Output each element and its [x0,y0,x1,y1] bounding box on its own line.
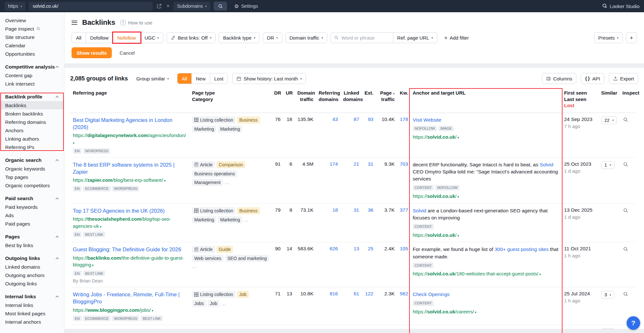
metric-link[interactable]: 122 [365,291,373,296]
col-first-seen[interactable]: First seen Last seen Lost [562,88,599,113]
metric-link[interactable]: 377 [400,207,408,213]
url-dropdown-caret[interactable]: ▾ [538,273,541,276]
cancel-button[interactable]: Cancel [118,50,137,56]
sidebar-item-top-pages[interactable]: Top pages [0,173,64,181]
inspect-button[interactable] [622,116,629,124]
referring-page-url[interactable]: https://backlinko.com/the-definitive-gui… [73,254,187,269]
metric-link[interactable]: 31 [368,161,373,167]
similar-dropdown[interactable]: 3▾ [601,328,614,329]
sidebar-item-organic-competitors[interactable]: Organic competitors [0,181,64,190]
segment-lost[interactable]: Lost [210,73,227,84]
sidebar-group-heading[interactable]: Paid search [0,194,64,203]
protocol-dropdown[interactable]: https ▾ [5,2,25,11]
looker-studio-brand[interactable]: Looker Studio [602,3,639,9]
target-url[interactable]: https://solvid.co.uk/180-websites-that-a… [413,270,559,277]
referring-page-url[interactable]: https://thesocialshepherd.com/blog/top-s… [73,216,187,230]
search-button[interactable] [214,2,227,11]
inspect-button[interactable] [622,328,629,329]
metric-link[interactable]: 21 [354,161,359,167]
filter-dofollow[interactable]: Dofollow [86,32,113,43]
url-dropdown-caret[interactable]: ▾ [474,310,476,314]
sidebar-item-paid-keywords[interactable]: Paid keywords [0,203,64,211]
segment-new[interactable]: New [192,73,210,84]
sidebar-item-organic-keywords[interactable]: Organic keywords [0,164,64,173]
sidebar-item-best-by-links[interactable]: Best by links [0,241,64,249]
col-linked-domains[interactable]: Linked domains [341,88,362,113]
col-inspect[interactable]: Inspect [620,88,636,113]
metric-link[interactable]: 31 [354,207,359,213]
col-referring-domains[interactable]: Referring domains [316,88,341,113]
target-url[interactable]: https://solvid.co.uk/ ▾ [413,193,559,200]
sidebar-item-linking-authors[interactable]: Linking authors [0,134,64,143]
referring-page-title[interactable]: The 8 best ERP software systems in 2025 … [73,161,187,176]
col-kw[interactable]: Kw. [397,88,410,113]
best-links-filter[interactable]: Best links: Off ▾ [167,32,216,43]
target-url[interactable]: https://solvid.co.uk/ ▾ [413,232,559,239]
referring-page-url[interactable]: https://zapier.com/blog/best-erp-softwar… [73,177,187,184]
filter-ugc[interactable]: UGC ▾ [140,32,163,43]
sidebar-item-internal-anchors[interactable]: Internal anchors [0,318,64,326]
col-referring-page[interactable]: Referring page [70,88,189,113]
columns-button[interactable]: Columns [542,73,576,84]
scope-dropdown[interactable]: Subdomains ▾ [173,2,210,11]
metric-link[interactable]: 25 [368,246,373,251]
referring-page-title[interactable]: Guest Blogging: The Definitive Guide for… [73,246,181,253]
col-domain-traffic[interactable]: Domain traffic [295,88,316,113]
sidebar-item-paid-pages[interactable]: Paid pages [0,219,64,228]
url-dropdown-caret[interactable]: ▾ [163,179,166,182]
col-anchor[interactable]: Anchor and target URL [410,88,562,113]
sidebar-item-content-gap[interactable]: Content gap [0,71,64,79]
domain-traffic-filter[interactable]: Domain traffic ▾ [285,32,327,43]
sidebar-item-most-linked-pages[interactable]: Most linked pages [0,309,64,318]
sidebar-item-calendar[interactable]: Calendar [0,41,64,50]
sidebar-group-heading[interactable]: Internal links [0,292,64,301]
sidebar-item-ads[interactable]: Ads [0,211,64,219]
add-preset-button[interactable]: + [626,32,637,43]
col-page-traffic[interactable]: Page ▾ traffic [376,88,397,113]
metric-link[interactable]: 562 [400,291,408,296]
sidebar-item-referring-domains[interactable]: Referring domains [0,118,64,126]
similar-dropdown[interactable]: 3▾ [601,291,614,299]
sidebar-group-heading[interactable]: Backlink profile [0,92,64,101]
url-dropdown-caret[interactable]: ▾ [91,264,94,267]
col-page-type[interactable]: Page type Category [189,88,272,113]
col-ext[interactable]: Ext. [362,88,376,113]
anchor-link[interactable]: Visit Website [413,117,441,123]
metric-link[interactable]: 61 [354,291,359,296]
sidebar-item-outgoing-links[interactable]: Outgoing links [0,279,64,288]
inspect-button[interactable] [622,161,629,169]
inspect-button[interactable] [622,246,629,253]
menu-icon[interactable] [72,19,77,26]
metric-link[interactable]: 93 [368,116,373,122]
sidebar-item-broken-backlinks[interactable]: Broken backlinks [0,109,64,118]
url-input[interactable]: solvid.co.uk/ [29,2,153,11]
col-dr[interactable]: DR [272,88,283,113]
url-dropdown-caret[interactable]: ▾ [457,234,459,237]
url-dropdown-caret[interactable]: ▾ [73,141,74,145]
url-dropdown-caret[interactable]: ▾ [151,309,153,312]
word-phrase-input[interactable] [341,35,384,41]
sidebar-group-heading[interactable]: Outgoing links [0,254,64,263]
sidebar-item-page-inspect[interactable]: Page inspect [0,24,64,33]
sidebar-item-link-intersect[interactable]: Link intersect [0,79,64,88]
dr-filter[interactable]: DR ▾ [263,32,282,43]
url-dropdown-caret[interactable]: ▾ [457,195,459,199]
help-button[interactable]: ? [627,316,640,330]
col-similar[interactable]: Similar [599,88,620,113]
referring-page-title[interactable]: Writing Jobs - Freelance, Remote, Full-T… [73,291,187,305]
sidebar-item-linked-domains[interactable]: Linked domains [0,263,64,271]
segment-all[interactable]: All [178,73,192,84]
col-ur[interactable]: UR [283,88,295,113]
metric-link[interactable]: 13 [354,246,359,251]
anchor-link[interactable]: Check Openings [413,291,450,297]
clear-url-icon[interactable]: × [166,2,170,10]
metric-link[interactable]: 816 [330,291,338,296]
open-external-icon[interactable] [156,3,162,9]
sidebar-item-overview[interactable]: Overview [0,16,64,24]
inspect-button[interactable] [622,291,629,298]
metric-link[interactable]: 174 [330,161,338,167]
backlink-type-filter[interactable]: Backlink type ▾ [219,32,259,43]
presets-button[interactable]: Presets ▾ [594,32,623,43]
metric-link[interactable]: 178 [400,116,408,122]
sidebar-item-anchors[interactable]: Anchors [0,126,64,134]
